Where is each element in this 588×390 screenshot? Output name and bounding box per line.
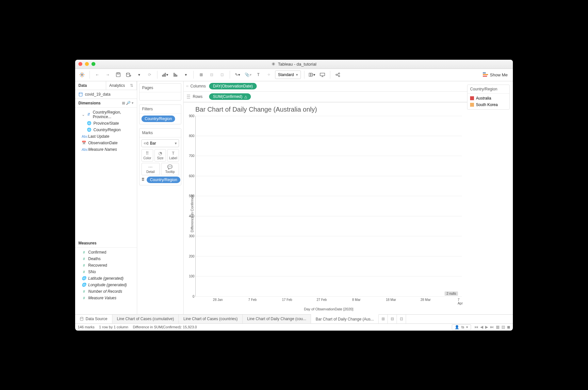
close-window-button[interactable] [78, 62, 82, 66]
dimension-item[interactable]: AbcLast Update [75, 133, 137, 140]
svg-rect-20 [311, 73, 312, 76]
sheet-tabs: Data Source Line Chart of Cases (cumulat… [75, 314, 513, 323]
fit-dropdown[interactable]: Standard▾ [275, 70, 301, 79]
color-pill-country[interactable]: ⠿ Country/Region [141, 177, 179, 183]
status-layout: 1 row by 1 column [99, 325, 128, 329]
new-story-button[interactable]: ⊡ [397, 315, 406, 323]
svg-rect-19 [309, 73, 310, 76]
filmstrip-view-button[interactable]: ▤ [501, 325, 505, 329]
plot-body[interactable]: 2 nulls 0100200300400500600700800900 [195, 116, 462, 297]
marks-tooltip-button[interactable]: 💬Tooltip [161, 163, 179, 175]
marks-label-button[interactable]: TLabel [167, 149, 179, 162]
marks-color-button[interactable]: ⠿Color [141, 149, 153, 162]
show-me-icon [483, 72, 488, 77]
legend-item[interactable]: South Korea [467, 101, 509, 108]
legend-item[interactable]: Australia [467, 95, 509, 101]
columns-shelf[interactable]: Columns DAY(ObservationDate) [184, 81, 467, 92]
svg-line-28 [337, 74, 338, 74]
new-worksheet-button[interactable]: ⊞ [379, 315, 388, 323]
data-source-tab[interactable]: Data Source [75, 315, 112, 323]
save-button[interactable] [114, 70, 122, 79]
new-dashboard-button[interactable]: ⊟ [388, 315, 397, 323]
pin-button[interactable]: ✧ [265, 70, 273, 79]
measure-item[interactable]: #Recovered [75, 262, 137, 269]
totals-button[interactable]: ⊟ [207, 70, 216, 79]
svg-point-30 [79, 92, 82, 94]
analytics-tab[interactable]: Analytics⇅ [106, 81, 137, 90]
next-sheet-button[interactable]: ▶ [485, 325, 488, 329]
rows-pill[interactable]: SUM(Confirmed)△ [209, 93, 251, 100]
dimension-item[interactable]: 🌐Country/Region [75, 127, 137, 133]
app-window: Tableau - da_tutorial ← → ▾ ⟳ ▾ ▾ ⊞ ⊟ ⊡ … [75, 60, 513, 331]
mark-type-dropdown[interactable]: ▭▯Bar ▾ [141, 139, 179, 147]
sheet-tab[interactable]: Bar Chart of Daily Change (Aus... [311, 314, 379, 323]
maximize-window-button[interactable] [91, 62, 95, 66]
measure-item[interactable]: #Confirmed [75, 249, 137, 256]
dimension-item[interactable]: ⌄⇵Country/Region, Province... [75, 109, 137, 120]
measure-item[interactable]: 🌐Longitude (generated) [75, 282, 137, 288]
show-mark-labels-button[interactable]: ⊡ [218, 70, 226, 79]
svg-line-29 [337, 75, 338, 76]
window-controls [78, 62, 95, 66]
svg-rect-13 [162, 75, 163, 76]
sheet-tab[interactable]: Line Chart of Cases (cumulative) [112, 315, 179, 323]
share-button[interactable] [334, 70, 342, 79]
measure-item[interactable]: 🌐Latitude (generated) [75, 275, 137, 282]
measure-item[interactable]: #Number of Records [75, 288, 137, 295]
x-axis-label: Day of ObservationDate [2020] [195, 307, 462, 311]
measures-tree: #Confirmed#Deaths#Recovered#SNo🌐Latitude… [75, 248, 137, 314]
cards-button[interactable]: ▾ [308, 70, 316, 79]
back-button[interactable]: ← [93, 70, 102, 79]
pause-auto-button[interactable]: ▾ [135, 70, 143, 79]
measure-item[interactable]: #Measure Values [75, 295, 137, 301]
swap-button[interactable]: ▾ [161, 70, 169, 79]
svg-rect-16 [174, 73, 174, 76]
viz-title[interactable]: Bar Chart of Daily Change (Australia onl… [195, 106, 462, 113]
dimensions-header: Dimensions ▦ 🔎 ▾ [75, 99, 137, 108]
sheet-view-button[interactable]: ◼ [507, 325, 510, 329]
viz-canvas: Bar Chart of Daily Change (Australia onl… [184, 102, 467, 314]
sort-asc-button[interactable] [171, 70, 180, 79]
measures-header: Measures [75, 239, 137, 248]
show-me-button[interactable]: Show Me [483, 72, 508, 77]
first-sheet-button[interactable]: ⏮ [474, 325, 478, 329]
rows-shelf[interactable]: Rows SUM(Confirmed)△ [184, 92, 467, 102]
dimension-item[interactable]: 📅ObservationDate [75, 140, 137, 146]
format-button[interactable]: T [254, 70, 263, 79]
refresh-button[interactable]: ⟳ [145, 70, 154, 79]
svg-point-10 [126, 73, 130, 74]
forward-button[interactable]: → [104, 70, 112, 79]
new-datasource-button[interactable] [124, 70, 133, 79]
highlight-button[interactable]: ✎▾ [233, 70, 242, 79]
marks-size-button[interactable]: ◔Size [155, 149, 166, 162]
datasource-item[interactable]: covid_19_data [75, 90, 137, 99]
status-summary: Difference in SUM(Confirmed): 15,923.0 [133, 325, 197, 329]
sheet-tab[interactable]: Line Chart of Cases (countries) [179, 315, 242, 323]
last-sheet-button[interactable]: ⏭ [490, 325, 494, 329]
sheet-tab[interactable]: Line Chart of Daily Change (cou... [243, 315, 311, 323]
legend: Country/Region AustraliaSouth Korea [467, 85, 510, 110]
user-dropdown[interactable]: 👤ts▾ [452, 324, 471, 330]
columns-pill[interactable]: DAY(ObservationDate) [209, 83, 257, 89]
dimension-item[interactable]: AbcMeasure Names [75, 146, 137, 153]
nulls-indicator[interactable]: 2 nulls [445, 291, 458, 296]
marks-detail-button[interactable]: ⋯Detail [141, 163, 160, 175]
attach-button[interactable]: 📎▾ [244, 70, 252, 79]
x-axis: 28 Jan7 Feb17 Feb27 Feb8 Mar18 Mar28 Mar… [195, 297, 462, 306]
minimize-window-button[interactable] [85, 62, 89, 66]
measure-item[interactable]: #SNo [75, 269, 137, 275]
sort-desc-button[interactable]: ▾ [182, 70, 190, 79]
dimension-item[interactable]: 🌐Province/State [75, 120, 137, 127]
tableau-logo-button[interactable] [78, 70, 86, 79]
svg-point-27 [338, 75, 340, 77]
filter-pill-country[interactable]: Country/Region [141, 116, 175, 122]
group-button[interactable]: ⊞ [197, 70, 205, 79]
presentation-button[interactable] [318, 70, 327, 79]
prev-sheet-button[interactable]: ◀ [480, 325, 483, 329]
grid-view-button[interactable]: ▦ [496, 325, 499, 329]
measure-item[interactable]: #Deaths [75, 256, 137, 262]
svg-point-25 [336, 74, 337, 75]
data-tab[interactable]: Data [75, 81, 106, 90]
filters-card: Filters Country/Region [139, 104, 181, 124]
svg-line-3 [272, 63, 275, 65]
